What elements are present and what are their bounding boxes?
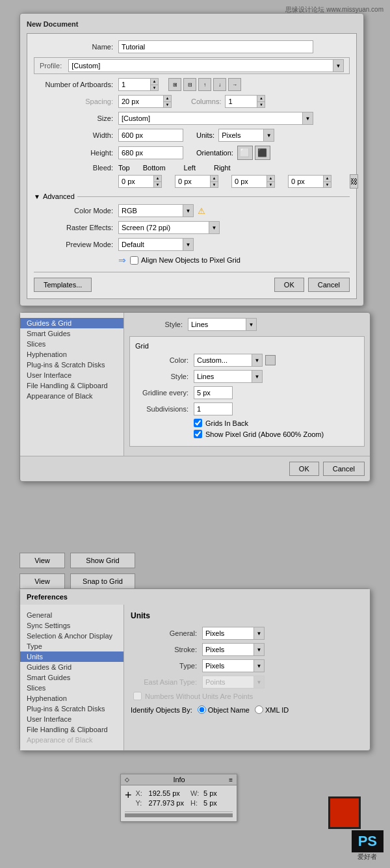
grid-ok-button[interactable]: OK [289, 462, 319, 476]
profile-value[interactable]: [Custom] [68, 59, 333, 72]
ok-button[interactable]: OK [274, 278, 304, 292]
units-type-arrow[interactable]: ▼ [254, 659, 265, 672]
artboard-icon-2[interactable]: ⊟ [183, 78, 196, 91]
bleed-top-up[interactable]: ▲ [154, 176, 161, 182]
units-general-arrow[interactable]: ▼ [254, 627, 265, 640]
portrait-btn[interactable]: ⬜ [237, 146, 253, 160]
artboard-icon-1[interactable]: ⊞ [168, 78, 181, 91]
spacing-input[interactable] [118, 95, 164, 108]
raster-value[interactable]: Screen (72 ppi) [118, 221, 209, 234]
artboards-input[interactable] [118, 78, 151, 91]
units-sidebar-smart[interactable]: Smart Guides [20, 672, 124, 683]
sidebar-item-plug-ins[interactable]: Plug-ins & Scratch Disks [20, 360, 124, 370]
spacing-down[interactable]: ▼ [164, 102, 171, 108]
grid-style-arrow[interactable]: ▼ [252, 370, 263, 383]
snap-to-grid-btn[interactable]: Snap to Grid [70, 573, 135, 589]
subdivisions-input[interactable] [194, 402, 233, 415]
bleed-right-down[interactable]: ▼ [324, 182, 331, 188]
units-dropdown-arrow[interactable]: ▼ [264, 129, 274, 142]
units-sidebar-sync[interactable]: Sync Settings [20, 620, 124, 631]
preview-value[interactable]: Default [118, 238, 183, 251]
bleed-right-up[interactable]: ▲ [324, 176, 331, 182]
artboard-icon-5[interactable]: → [228, 78, 241, 91]
units-stroke-arrow[interactable]: ▼ [254, 643, 265, 656]
sidebar-item-guides-grid[interactable]: Guides & Grid [20, 318, 124, 328]
profile-dropdown-arrow[interactable]: ▼ [333, 59, 344, 72]
advanced-toggle[interactable]: ▼ [34, 193, 40, 200]
units-sidebar-guides[interactable]: Guides & Grid [20, 662, 124, 672]
columns-down[interactable]: ▼ [257, 102, 265, 108]
units-sidebar-slices[interactable]: Slices [20, 683, 124, 693]
height-input[interactable] [118, 146, 183, 159]
sidebar-item-smart-guides[interactable]: Smart Guides [20, 328, 124, 339]
preview-select-wrap: Default ▼ [118, 238, 194, 251]
bleed-top-input[interactable] [118, 175, 154, 188]
columns-up[interactable]: ▲ [257, 96, 265, 102]
bleed-left-input[interactable] [231, 175, 267, 188]
bleed-left-down[interactable]: ▼ [267, 182, 274, 188]
bleed-bottom-up[interactable]: ▲ [211, 176, 218, 182]
size-dropdown-arrow[interactable]: ▼ [303, 112, 313, 125]
columns-input[interactable] [225, 95, 257, 108]
bleed-bottom-input[interactable] [175, 175, 211, 188]
cancel-button[interactable]: Cancel [308, 278, 350, 292]
units-type-value[interactable]: Pixels [202, 659, 254, 672]
preview-arrow[interactable]: ▼ [183, 238, 194, 251]
sidebar-item-ui[interactable]: User Interface [20, 370, 124, 380]
view-btn-2[interactable]: View [20, 573, 65, 589]
units-sidebar-file[interactable]: File Handling & Clipboard [20, 724, 124, 735]
sidebar-item-appearance[interactable]: Appearance of Black [20, 391, 124, 401]
gridline-input[interactable] [194, 386, 233, 399]
view-btn-1[interactable]: View [20, 553, 65, 568]
grid-color-swatch[interactable] [265, 355, 276, 365]
units-sidebar-type[interactable]: Type [20, 641, 124, 651]
units-stroke-value[interactable]: Pixels [202, 643, 254, 656]
units-sidebar-hyphen[interactable]: Hyphenation [20, 693, 124, 704]
templates-button[interactable]: Templates... [34, 278, 92, 292]
width-input[interactable] [118, 129, 183, 142]
color-mode-arrow[interactable]: ▼ [183, 204, 194, 217]
show-pixel-grid-checkbox[interactable] [194, 430, 202, 438]
artboards-spin-up[interactable]: ▲ [151, 79, 158, 85]
bleed-right-input[interactable] [288, 175, 324, 188]
xml-id-radio[interactable] [255, 705, 263, 714]
name-input[interactable] [118, 40, 313, 53]
units-sidebar-units[interactable]: Units [20, 651, 124, 662]
bleed-top-down[interactable]: ▼ [154, 182, 161, 188]
sidebar-item-hyphenation[interactable]: Hyphenation [20, 349, 124, 360]
guides-style-value[interactable]: Lines [188, 318, 246, 331]
align-checkbox[interactable] [130, 256, 138, 265]
grid-cancel-button[interactable]: Cancel [323, 462, 365, 476]
grid-style-value[interactable]: Lines [194, 370, 252, 383]
info-panel-menu-icon[interactable]: ≡ [229, 776, 233, 783]
units-sidebar-selection[interactable]: Selection & Anchor Display [20, 631, 124, 641]
height-row: Height: Orientation: ⬜ ⬛ [34, 146, 350, 160]
guides-style-arrow[interactable]: ▼ [246, 318, 257, 331]
show-grid-btn[interactable]: Show Grid [70, 553, 135, 568]
info-panel-slider[interactable] [125, 813, 233, 817]
sidebar-item-file-handling[interactable]: File Handling & Clipboard [20, 380, 124, 391]
artboards-spin-down[interactable]: ▼ [151, 85, 158, 91]
grid-color-arrow[interactable]: ▼ [252, 354, 263, 367]
grids-in-back-checkbox[interactable] [194, 419, 202, 427]
link-bleed-btn[interactable]: ⛓ [350, 174, 358, 189]
artboard-icon-3[interactable]: ↑ [198, 78, 211, 91]
units-sidebar-plugins[interactable]: Plug-ins & Scratch Disks [20, 704, 124, 714]
object-name-radio[interactable] [198, 705, 206, 714]
units-sidebar-appearance[interactable]: Appearance of Black [20, 735, 124, 745]
bleed-bottom-down[interactable]: ▼ [211, 182, 218, 188]
raster-arrow[interactable]: ▼ [209, 221, 220, 234]
size-value[interactable]: [Custom] [118, 112, 303, 125]
info-panel-collapse-icon[interactable]: ◇ [125, 776, 129, 783]
artboard-icon-4[interactable]: ↓ [213, 78, 226, 91]
color-mode-value[interactable]: RGB [118, 204, 183, 217]
sidebar-item-slices[interactable]: Slices [20, 339, 124, 349]
landscape-btn[interactable]: ⬛ [255, 146, 270, 160]
units-sidebar-ui[interactable]: User Interface [20, 714, 124, 724]
units-general-value[interactable]: Pixels [202, 627, 254, 640]
spacing-up[interactable]: ▲ [164, 96, 171, 102]
units-sidebar-general[interactable]: General [20, 610, 124, 620]
grid-color-value[interactable]: Custom... [194, 354, 252, 367]
units-value[interactable]: Pixels [218, 129, 264, 142]
bleed-left-up[interactable]: ▲ [267, 176, 274, 182]
